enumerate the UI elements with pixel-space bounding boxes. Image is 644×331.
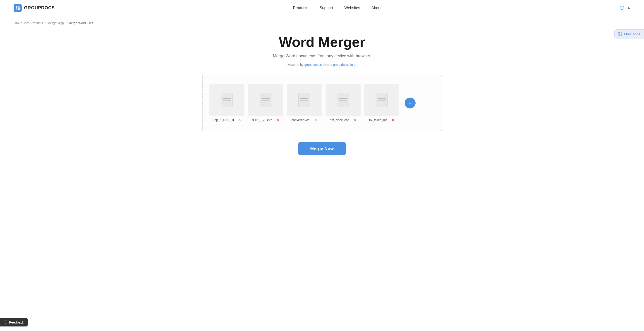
file-remove-button[interactable]: ✕: [238, 118, 241, 122]
file-card: 9.15_-_Zulekh... ✕: [248, 84, 283, 122]
file-name: 9.15_-_Zulekh...: [252, 118, 275, 122]
breadcrumb-app[interactable]: Merger App: [48, 21, 64, 25]
svg-rect-4: [618, 32, 620, 34]
file-remove-button[interactable]: ✕: [392, 118, 394, 122]
file-thumbnail: [287, 84, 322, 116]
files-container: Top_5_PDF_Tr... ✕ 9.15_-_Zule: [210, 84, 435, 122]
add-file-button[interactable]: +: [405, 98, 416, 108]
file-remove-button[interactable]: ✕: [314, 118, 317, 122]
drop-zone[interactable]: Top_5_PDF_Tr... ✕ 9.15_-_Zule: [202, 75, 442, 131]
doc-icon-rect: [376, 93, 388, 107]
svg-rect-7: [621, 34, 622, 36]
nav-support[interactable]: Support: [320, 6, 333, 10]
doc-icon-rect: [298, 93, 310, 107]
header-right: 🌐 EN: [620, 6, 630, 10]
file-name: Top_5_PDF_Tr...: [213, 118, 236, 122]
doc-icon-rect: [221, 93, 233, 107]
doc-icon-rect: [337, 93, 349, 107]
file-card: convert-excel... ✕: [287, 84, 322, 122]
logo-text: GROUPDOCS: [24, 5, 55, 10]
svg-rect-6: [618, 34, 620, 36]
logo-icon: [14, 4, 22, 12]
file-name-row: Top_5_PDF_Tr... ✕: [213, 118, 240, 122]
file-thumbnail: [210, 84, 244, 116]
feedback-label: Feedback: [9, 320, 24, 324]
doc-icon: [260, 93, 272, 107]
doc-icon-rect: [260, 93, 272, 107]
doc-icon: [337, 93, 349, 107]
doc-icon: [298, 93, 310, 107]
doc-icon: [221, 93, 233, 107]
nav-about[interactable]: About: [372, 6, 382, 10]
breadcrumb: GroupDocs Products / Merger App / Merge …: [0, 16, 644, 25]
file-card: pdf_docx_con... ✕: [326, 84, 360, 122]
groupdocs-cloud-link[interactable]: groupdocs.cloud: [333, 63, 356, 66]
breadcrumb-sep-2: /: [66, 21, 66, 25]
feedback-icon: [4, 320, 7, 324]
file-card: Top_5_PDF_Tr... ✕: [210, 84, 244, 122]
svg-rect-5: [621, 32, 622, 34]
logo[interactable]: GROUPDOCS: [14, 4, 55, 12]
file-thumbnail: [248, 84, 283, 116]
language-selector[interactable]: 🌐 EN: [620, 6, 630, 10]
file-remove-button[interactable]: ✕: [353, 118, 356, 122]
svg-rect-2: [16, 8, 18, 10]
lang-label: EN: [626, 6, 630, 10]
doc-icon: [376, 93, 388, 107]
file-name-row: fix_failed_loa... ✕: [369, 118, 394, 122]
file-name-row: 9.15_-_Zulekh... ✕: [252, 118, 279, 122]
powered-by-and: and: [326, 63, 333, 66]
feedback-tab[interactable]: Feedback: [0, 318, 28, 326]
svg-rect-3: [18, 8, 20, 10]
nav-websites[interactable]: Websites: [344, 6, 360, 10]
svg-rect-1: [18, 6, 20, 8]
main-nav: Products Support Websites About: [293, 6, 382, 10]
more-apps-icon: [618, 32, 622, 36]
page-title: Word Merger: [279, 34, 365, 50]
merge-now-button[interactable]: Merge Now: [298, 142, 346, 155]
powered-by-text: Powered by: [287, 63, 304, 66]
file-name: pdf_docx_con...: [330, 118, 352, 122]
file-name-row: pdf_docx_con... ✕: [330, 118, 356, 122]
more-apps-label: More apps: [624, 32, 640, 36]
nav-products[interactable]: Products: [293, 6, 308, 10]
svg-rect-0: [16, 6, 18, 8]
powered-by: Powered by groupdocs.com and groupdocs.c…: [287, 63, 357, 66]
file-thumbnail: [326, 84, 360, 116]
powered-by-period: .: [356, 63, 357, 66]
file-name-row: convert-excel... ✕: [292, 118, 317, 122]
file-thumbnail: [364, 84, 399, 116]
breadcrumb-current: Merge Word Files: [68, 21, 93, 25]
file-card: fix_failed_loa... ✕: [364, 84, 399, 122]
header: GROUPDOCS Products Support Websites Abou…: [0, 0, 644, 16]
more-apps-button[interactable]: More apps: [614, 30, 644, 38]
file-name: fix_failed_loa...: [369, 118, 390, 122]
groupdocs-com-link[interactable]: groupdocs.com: [304, 63, 326, 66]
breadcrumb-sep-1: /: [45, 21, 46, 25]
main-content: Word Merger Merge Word documents from an…: [0, 25, 644, 164]
file-remove-button[interactable]: ✕: [276, 118, 279, 122]
breadcrumb-home[interactable]: GroupDocs Products: [14, 21, 43, 25]
svg-rect-8: [4, 321, 7, 323]
page-subtitle: Merge Word documents from any device wit…: [273, 54, 371, 58]
globe-icon: 🌐: [620, 6, 624, 10]
file-name: convert-excel...: [292, 118, 313, 122]
